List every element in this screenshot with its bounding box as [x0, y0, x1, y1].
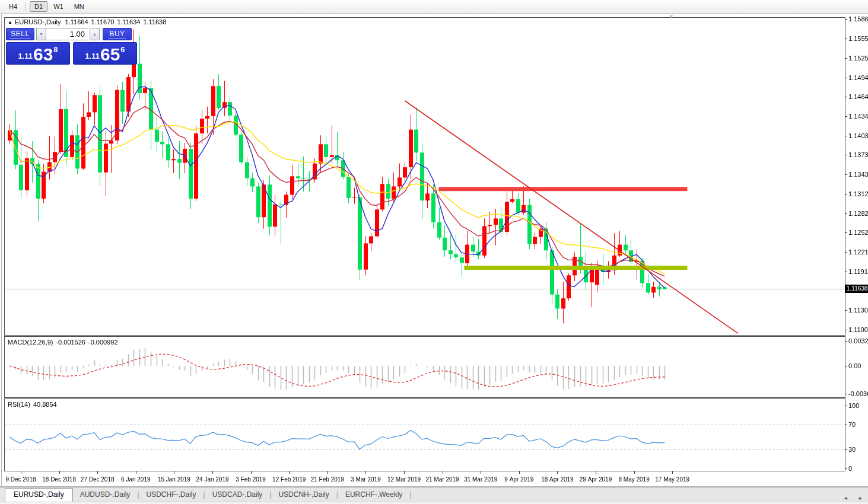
macd-name: MACD(12,26,9): [8, 339, 53, 346]
sell-price-prefix: 1.11: [18, 52, 33, 60]
tab-usdcad-daily[interactable]: USDCAD-,Daily: [205, 488, 270, 502]
one-click-trading-panel: SELL ▼ 1.00 ▲ BUY 1.11638 1.11656: [6, 28, 138, 65]
chart-header: ▲EURUSD-,Daily1.116641.116701.116341.116…: [8, 18, 169, 25]
tab-audusd-daily[interactable]: AUDUSD-,Daily: [73, 488, 138, 502]
symbol-title: EURUSD-,Daily: [15, 18, 61, 25]
sell-button-label: SELL: [9, 30, 30, 39]
tabs-scroll-left-icon[interactable]: ◄: [843, 495, 848, 501]
tab-eurusd-daily[interactable]: EURUSD-,Daily: [5, 488, 73, 502]
chart-canvas[interactable]: [0, 0, 868, 504]
sell-button[interactable]: SELL: [6, 28, 34, 40]
timeframe-button-mn[interactable]: MN: [69, 1, 89, 12]
timeframe-toolbar: H4D1W1MN: [0, 0, 868, 14]
close-value: 1.11638: [143, 18, 166, 25]
buy-button-label: BUY: [108, 30, 126, 39]
macd-signal-value: -0.000992: [88, 339, 118, 346]
status-strip: [0, 502, 868, 504]
chart-tabs-bar: EURUSD-,DailyAUDUSD-,Daily|USDCHF-,Daily…: [0, 487, 868, 502]
macd-indicator-label: MACD(12,26,9)-0.001526-0.000992: [8, 339, 121, 346]
volume-increase-button[interactable]: ▲: [90, 28, 100, 40]
rsi-value: 40.8854: [33, 401, 57, 408]
volume-decrease-button[interactable]: ▼: [36, 28, 46, 40]
macd-value: -0.001526: [56, 339, 85, 346]
tabs-scroll-right-icon[interactable]: ►: [858, 495, 863, 501]
buy-button[interactable]: BUY: [103, 28, 132, 40]
tab-divider: |: [409, 490, 411, 502]
buy-price-pipette: 6: [120, 45, 125, 54]
toolbar-separator: [26, 2, 26, 11]
tab-usdcnh-daily[interactable]: USDCNH-,Daily: [271, 488, 336, 502]
timeframe-button-h4[interactable]: H4: [4, 1, 22, 12]
arrow-down-icon: ▼: [39, 32, 43, 36]
low-value: 1.11634: [117, 18, 140, 25]
bid-price-badge: 1.11638: [845, 285, 868, 293]
sell-price-box[interactable]: 1.11638: [6, 42, 70, 65]
sell-price-pipette: 8: [53, 45, 58, 54]
rsi-name: RSI(14): [8, 401, 30, 408]
open-value: 1.11664: [65, 18, 88, 25]
tab-usdchf-daily[interactable]: USDCHF-,Daily: [139, 488, 204, 502]
tab-eurchf-weekly[interactable]: EURCHF-,Weekly: [338, 488, 409, 502]
arrow-up-icon: ▲: [93, 32, 97, 36]
volume-input[interactable]: 1.00: [46, 28, 88, 40]
buy-price-big: 65: [100, 47, 120, 62]
timeframe-button-w1[interactable]: W1: [49, 1, 68, 12]
rsi-indicator-label: RSI(14)40.8854: [8, 401, 60, 408]
chart-shift-marker-icon[interactable]: ▼: [669, 14, 674, 20]
high-value: 1.11670: [91, 18, 115, 25]
timeframe-button-d1[interactable]: D1: [30, 1, 47, 12]
buy-price-prefix: 1.11: [85, 52, 100, 60]
buy-price-box[interactable]: 1.11656: [73, 42, 137, 65]
sell-price-big: 63: [33, 47, 53, 62]
collapse-chart-icon[interactable]: ▲: [8, 20, 12, 25]
